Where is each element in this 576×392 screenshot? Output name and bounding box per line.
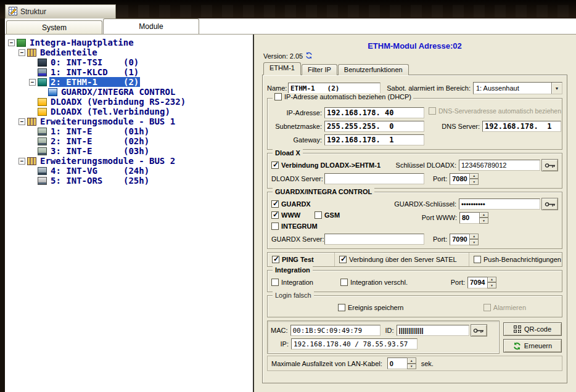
window-titlebar[interactable]: Struktur [5,4,116,18]
id-key-button[interactable] [471,324,487,337]
tree-item[interactable]: −Erweiterungsmodule - BUS 1 [5,116,253,126]
integration-encrypted-checkbox[interactable]: Integration verschl. [340,279,408,286]
checkbox-box [339,256,347,263]
tree-item[interactable]: 1: INT-KLCD (1) [5,67,253,77]
tree-item[interactable]: 4: INT-VG (24h) [5,166,253,176]
ip-address-input[interactable]: 192.168.178. 40 [324,107,424,118]
collapse-minus-icon[interactable]: − [8,39,15,46]
tab-system[interactable]: System [6,20,102,34]
tree-item[interactable]: GUARDX/INTEGRA CONTROL [5,87,253,97]
collapse-minus-icon[interactable]: − [19,49,25,56]
ping-test-checkbox[interactable]: PING Test [272,256,314,263]
qr-code-button-label: QR-code [524,325,551,333]
www-checkbox[interactable]: WWW [271,211,315,219]
guardx-port-spinner[interactable]: 7090 [450,234,479,245]
checkbox-label: GSM [324,211,340,219]
push-notifications-checkbox[interactable]: Push-Benachrichtigungen [474,256,561,263]
dloadx-key-button[interactable] [541,159,558,171]
arrow-up-icon[interactable] [469,173,479,179]
gsm-checkbox[interactable]: GSM [315,211,340,219]
tree-item[interactable]: −Integra-Hauptplatine [5,38,253,47]
qr-code-button[interactable]: QR-code [503,322,562,336]
guardx-checkbox[interactable]: GUARDX [271,200,311,208]
ip-label: IP: [271,340,291,348]
arrow-up-icon[interactable] [479,212,488,218]
collapse-minus-icon[interactable]: − [19,118,25,125]
sabotage-partition-select[interactable]: 1: Aussenhaut [473,82,562,94]
arrow-up-icon[interactable] [487,277,496,283]
gateway-input[interactable]: 192.168.178. 1 [324,134,424,145]
arrow-down-icon[interactable] [487,282,496,288]
ip-input[interactable]: 192.168.178.40 / 78.55.93.57 [291,338,418,349]
panel-title: ETHM-Modul Adresse:02 [262,41,567,51]
name-input[interactable]: ETHM-1 (2) [288,83,381,94]
lan-timeout-spinner[interactable]: 0 [387,357,416,369]
dloadx-connection-checkbox[interactable]: Verbindung DLOADX->EHTM-1 [271,161,381,169]
arrow-up-icon[interactable] [407,357,416,364]
dloadx-server-input[interactable] [324,173,424,184]
dloadx-group-title: Dload X [273,149,303,157]
integration-port-spinner[interactable]: 7094 [467,277,496,288]
tree-item[interactable]: −2: ETHM-1 (2) [5,77,253,87]
arrow-down-icon[interactable] [469,179,479,185]
lan-timeout-value[interactable]: 0 [387,357,407,369]
integration-checkbox[interactable]: Integration [271,279,340,286]
guardx-key-label: GUARDX-Schlüssel: [394,200,459,208]
dloadx-key-input[interactable]: 123456789012 [459,160,540,171]
guardx-port-value[interactable]: 7090 [450,234,469,245]
tree-item[interactable]: DLOADX (Verbindung RS-232) [5,97,253,107]
checkbox-label: Integration verschl. [350,279,408,286]
tab-filter-ip[interactable]: Filter IP [302,64,337,75]
tree-item[interactable]: 5: INT-ORS (25h) [5,176,253,186]
arrow-down-icon[interactable] [479,218,488,224]
save-event-checkbox[interactable]: Ereignis speichern [338,304,404,311]
dloadx-port-spinner[interactable]: 7080 [450,173,479,185]
dhcp-checkbox[interactable]: IP-Adresse automatisch beziehen (DHCP) [273,93,413,100]
tree-item[interactable]: 3: INT-E (03h) [5,146,253,156]
port-www-value[interactable]: 80 [459,212,479,224]
tab-ethm1[interactable]: ETHM-1 [263,62,301,75]
mainboard-icon [17,39,26,47]
dloadx-port-label: Port: [433,175,450,182]
id-input[interactable]: ||||||||||||| [397,325,469,336]
tree-item[interactable]: 2: INT-E (02h) [5,136,253,146]
subnet-label: Subnetzmaske: [271,123,324,130]
guardx-key-input[interactable]: •••••••••• [459,198,540,210]
arrow-down-icon[interactable] [469,239,479,245]
subnet-input[interactable]: 255.255.255. 0 [324,121,424,132]
tree-item[interactable]: 1: INT-E (01h) [5,126,253,136]
checkbox-label: PING Test [282,256,314,263]
integration-port-value[interactable]: 7094 [467,277,487,288]
checkbox-box [272,256,279,263]
tree-item[interactable]: 0: INT-TSI (0) [5,57,253,67]
structure-tree: −Integra-Hauptplatine−Bedienteile0: INT-… [5,35,254,392]
renew-button[interactable]: Erneuern [503,339,562,353]
arrow-down-icon[interactable] [407,364,416,370]
satel-server-checkbox[interactable]: Verbindung über den Server SATEL [339,256,457,263]
collapse-minus-icon[interactable]: − [19,158,25,165]
tree-item[interactable]: DLOADX (Tel.Verbindung) [5,107,253,116]
tree-item[interactable]: −Erweiterungsmodule - BUS 2 [5,156,253,166]
checkbox-label: GUARDX [281,200,311,208]
integrum-checkbox[interactable]: INTEGRUM [271,223,318,230]
refresh-icon[interactable] [305,52,313,60]
voice-module-icon [38,167,47,175]
guardx-server-input[interactable] [324,234,424,245]
guardx-key-button[interactable] [541,198,558,210]
port-www-spinner[interactable]: 80 [459,212,488,224]
checkbox-label: Ereignis speichern [348,304,404,311]
dloadx-port-value[interactable]: 7080 [450,173,469,185]
guardx-server-label: GUARDX Server: [271,235,324,243]
tab-module[interactable]: Module [103,18,199,34]
tree-item-label: 0: INT-TSI (0) [49,57,140,67]
tab-benutzerfunktionen[interactable]: Benutzerfunktionen [338,64,409,75]
arrow-up-icon[interactable] [469,234,479,240]
dns-server-input[interactable]: 192.168.178. 1 [482,121,561,132]
collapse-minus-icon[interactable]: − [29,79,36,86]
version-label: Version: 2.05 [263,52,303,60]
mac-input[interactable]: 00:1B:9C:09:49:79 [290,325,381,336]
chevron-down-icon[interactable] [551,83,562,94]
checkbox-label: WWW [281,211,300,219]
key-icon [545,163,556,168]
tree-item[interactable]: −Bedienteile [5,47,253,57]
